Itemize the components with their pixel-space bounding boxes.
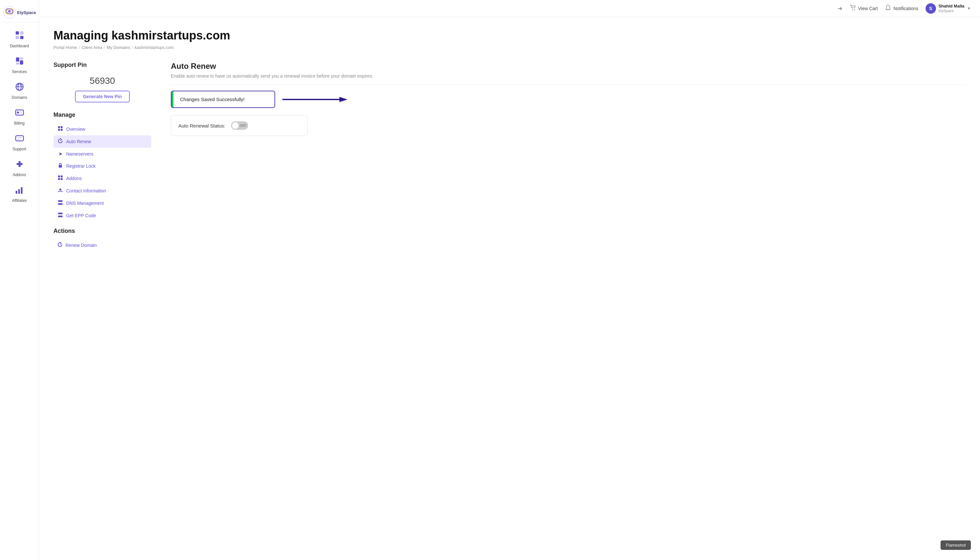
registrar-lock-icon <box>58 163 63 169</box>
svg-text:www: www <box>17 83 23 86</box>
epp-code-icon <box>58 212 63 219</box>
svg-rect-11 <box>20 60 23 64</box>
sidebar-item-domains[interactable]: www Domains <box>0 77 39 103</box>
manage-item-addons[interactable]: Addons <box>53 172 151 185</box>
breadcrumb-domain[interactable]: kashmirstartups.com <box>135 45 174 50</box>
svg-rect-38 <box>58 200 63 202</box>
svg-rect-10 <box>20 58 23 60</box>
svg-point-27 <box>854 10 855 10</box>
user-chevron-icon: ▼ <box>967 6 971 11</box>
svg-rect-35 <box>58 178 60 180</box>
sidebar-item-services[interactable]: Services <box>0 51 39 77</box>
cart-icon <box>850 4 856 12</box>
manage-item-auto-renew[interactable]: Auto Renew <box>53 136 151 148</box>
auto-renewal-status-label: Auto Renewal Status: <box>178 123 225 129</box>
svg-rect-40 <box>58 213 63 214</box>
svg-rect-25 <box>21 187 23 194</box>
svg-rect-33 <box>58 175 60 177</box>
user-name-label: Shahid Malla <box>939 3 964 9</box>
manage-item-get-epp-code[interactable]: Get EPP Code <box>53 209 151 222</box>
support-icon <box>15 133 25 146</box>
app-name-label: ElySpace <box>17 10 36 15</box>
main-area: ➜ View Cart Notifications S Shahid Malla… <box>39 0 980 559</box>
manage-item-contact-information[interactable]: Contact Information <box>53 185 151 197</box>
sidebar-item-affiliates[interactable]: Affiliates <box>0 180 39 206</box>
manage-addons-icon <box>58 175 63 182</box>
svg-rect-5 <box>20 31 23 35</box>
svg-rect-24 <box>18 189 20 194</box>
svg-rect-4 <box>16 31 19 35</box>
support-pin-value: 56930 <box>53 76 151 86</box>
manage-registrar-lock-label: Registrar Lock <box>66 164 96 169</box>
flameshot-badge: Flameshot <box>940 541 971 550</box>
breadcrumb-client-area[interactable]: Client Area <box>81 45 102 50</box>
right-column: Auto Renew Enable auto renew to have us … <box>171 62 966 136</box>
success-alert-wrapper: Changes Saved Successfully! <box>171 91 966 108</box>
auto-renewal-toggle[interactable]: OFF <box>231 121 248 130</box>
manage-nameservers-label: Nameservers <box>66 151 93 157</box>
breadcrumb-portal-home[interactable]: Portal Home <box>53 45 77 50</box>
affiliates-icon <box>15 185 25 197</box>
svg-rect-23 <box>16 191 17 194</box>
success-alert: Changes Saved Successfully! <box>171 91 275 108</box>
manage-heading: Manage <box>53 112 151 118</box>
manage-item-nameservers[interactable]: ➤ Nameservers <box>53 148 151 160</box>
sidebar-item-addons[interactable]: Addons <box>0 155 39 180</box>
toggle-slider: OFF <box>231 121 248 130</box>
forward-action[interactable]: ➜ <box>838 5 842 12</box>
content-area: Managing kashmirstartups.com Portal Home… <box>39 17 980 559</box>
manage-item-registrar-lock[interactable]: Registrar Lock <box>53 160 151 172</box>
svg-rect-29 <box>61 126 63 128</box>
sidebar-services-label: Services <box>12 69 27 74</box>
auto-renew-icon <box>58 138 63 145</box>
manage-list: Overview Auto Renew ➤ Nameservers <box>53 123 151 222</box>
alert-message: Changes Saved Successfully! <box>173 91 251 107</box>
sidebar-affiliates-label: Affiliates <box>12 198 27 203</box>
sidebar-billing-label: Billing <box>14 121 25 126</box>
user-menu[interactable]: S Shahid Malla ElySpace ▼ <box>926 3 971 14</box>
svg-rect-31 <box>61 129 63 131</box>
domains-icon: www <box>15 82 25 94</box>
notifications-action[interactable]: Notifications <box>885 4 918 12</box>
bell-icon <box>885 4 891 12</box>
svg-rect-34 <box>61 175 63 177</box>
manage-dns-label: DNS Management <box>66 200 104 206</box>
contact-info-icon <box>58 187 63 194</box>
breadcrumb-my-domains[interactable]: My Domains <box>107 45 130 50</box>
view-cart-action[interactable]: View Cart <box>850 4 878 12</box>
elyspace-logo-icon <box>3 6 16 19</box>
page-title: Managing kashmirstartups.com <box>53 29 966 42</box>
manage-item-overview[interactable]: Overview <box>53 123 151 136</box>
action-renew-domain[interactable]: Renew Domain <box>53 239 151 251</box>
toggle-card: Auto Renewal Status: OFF <box>171 115 308 136</box>
actions-heading: Actions <box>53 228 151 235</box>
sidebar-item-support[interactable]: Support <box>0 129 39 155</box>
manage-contact-info-label: Contact Information <box>66 188 106 194</box>
avatar: S <box>926 3 936 14</box>
svg-rect-16 <box>16 110 23 115</box>
nameservers-icon: ➤ <box>58 150 63 157</box>
dashboard-icon <box>15 30 25 42</box>
svg-rect-36 <box>61 178 63 180</box>
two-column-layout: Support Pin 56930 Generate New Pin Manag… <box>53 62 966 251</box>
manage-addons-label: Addons <box>66 176 81 181</box>
sidebar-logo: ElySpace <box>0 0 39 23</box>
renew-domain-icon <box>58 242 63 248</box>
svg-point-26 <box>852 10 853 10</box>
svg-rect-30 <box>58 129 60 131</box>
svg-rect-32 <box>59 165 62 168</box>
toggle-off-label: OFF <box>239 124 246 127</box>
services-icon <box>15 56 25 68</box>
svg-rect-9 <box>16 63 19 64</box>
svg-rect-7 <box>20 36 23 39</box>
user-sub-label: ElySpace <box>939 9 964 13</box>
manage-item-dns-management[interactable]: DNS Management <box>53 197 151 209</box>
sidebar-domains-label: Domains <box>12 95 27 100</box>
svg-point-37 <box>59 189 61 190</box>
dns-management-icon <box>58 200 63 207</box>
sidebar-dashboard-label: Dashboard <box>10 44 29 48</box>
svg-rect-41 <box>58 216 63 217</box>
generate-pin-button[interactable]: Generate New Pin <box>75 91 129 103</box>
sidebar-item-dashboard[interactable]: Dashboard <box>0 26 39 51</box>
sidebar-item-billing[interactable]: Billing <box>0 103 39 129</box>
